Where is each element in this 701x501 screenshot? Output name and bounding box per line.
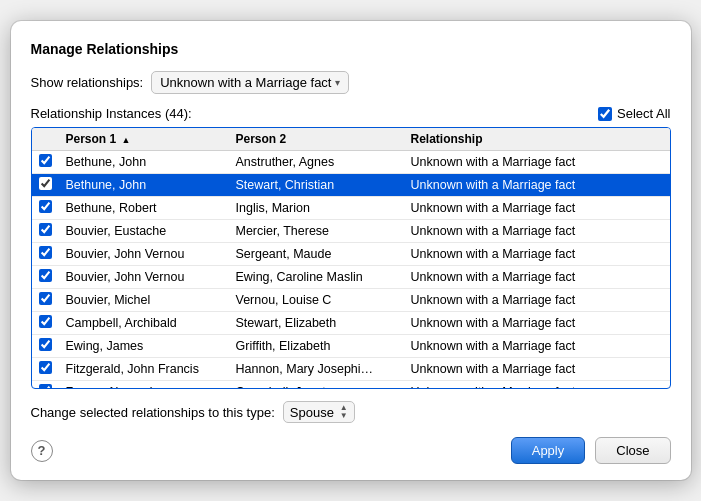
help-button[interactable]: ? bbox=[31, 440, 53, 462]
row-relationship: Unknown with a Marriage fact bbox=[405, 335, 670, 358]
row-checkbox[interactable] bbox=[39, 154, 52, 167]
col-person2[interactable]: Person 2 bbox=[230, 128, 405, 151]
select-all-label[interactable]: Select All bbox=[617, 106, 670, 121]
manage-relationships-dialog: Manage Relationships Show relationships:… bbox=[11, 21, 691, 480]
row-relationship: Unknown with a Marriage fact bbox=[405, 358, 670, 381]
relationships-table-container: Person 1 ▲ Person 2 Relationship Bethune… bbox=[31, 127, 671, 389]
instances-label: Relationship Instances (44): bbox=[31, 106, 192, 121]
row-person1: Bouvier, John Vernou bbox=[60, 243, 230, 266]
row-person1: Campbell, Archibald bbox=[60, 312, 230, 335]
row-check-cell[interactable] bbox=[32, 358, 60, 381]
select-all-row: Select All bbox=[598, 106, 670, 121]
show-relationships-row: Show relationships: Unknown with a Marri… bbox=[31, 71, 671, 94]
stepper-icon: ▲▼ bbox=[340, 404, 348, 420]
row-checkbox[interactable] bbox=[39, 200, 52, 213]
row-relationship: Unknown with a Marriage fact bbox=[405, 174, 670, 197]
row-relationship: Unknown with a Marriage fact bbox=[405, 220, 670, 243]
row-checkbox[interactable] bbox=[39, 384, 52, 388]
row-relationship: Unknown with a Marriage fact bbox=[405, 312, 670, 335]
chevron-down-icon: ▾ bbox=[335, 77, 340, 88]
row-person2: Sergeant, Maude bbox=[230, 243, 405, 266]
type-dropdown[interactable]: Spouse ▲▼ bbox=[283, 401, 355, 423]
row-check-cell[interactable] bbox=[32, 312, 60, 335]
show-label: Show relationships: bbox=[31, 75, 144, 90]
table-row[interactable]: Bouvier, John Vernou Sergeant, Maude Unk… bbox=[32, 243, 670, 266]
row-check-cell[interactable] bbox=[32, 197, 60, 220]
row-person2: Stewart, Elizabeth bbox=[230, 312, 405, 335]
table-row[interactable]: Ewing, James Griffith, Elizabeth Unknown… bbox=[32, 335, 670, 358]
table-row[interactable]: Bethune, John Stewart, Christian Unknown… bbox=[32, 174, 670, 197]
table-row[interactable]: Fraser, Alexander Campbell, Janet Unknow… bbox=[32, 381, 670, 389]
row-person2: Anstruther, Agnes bbox=[230, 151, 405, 174]
row-person2: Ewing, Caroline Maslin bbox=[230, 266, 405, 289]
row-check-cell[interactable] bbox=[32, 381, 60, 389]
row-relationship: Unknown with a Marriage fact bbox=[405, 266, 670, 289]
row-check-cell[interactable] bbox=[32, 289, 60, 312]
row-checkbox[interactable] bbox=[39, 269, 52, 282]
filter-dropdown[interactable]: Unknown with a Marriage fact ▾ bbox=[151, 71, 349, 94]
close-button[interactable]: Close bbox=[595, 437, 670, 464]
type-dropdown-value: Spouse bbox=[290, 405, 334, 420]
col-person1[interactable]: Person 1 ▲ bbox=[60, 128, 230, 151]
row-relationship: Unknown with a Marriage fact bbox=[405, 197, 670, 220]
relationships-table: Person 1 ▲ Person 2 Relationship Bethune… bbox=[32, 128, 670, 388]
row-checkbox[interactable] bbox=[39, 223, 52, 236]
row-checkbox[interactable] bbox=[39, 177, 52, 190]
col-check bbox=[32, 128, 60, 151]
row-person1: Fraser, Alexander bbox=[60, 381, 230, 389]
change-label: Change selected relationships to this ty… bbox=[31, 405, 275, 420]
row-checkbox[interactable] bbox=[39, 292, 52, 305]
row-relationship: Unknown with a Marriage fact bbox=[405, 289, 670, 312]
filter-dropdown-value: Unknown with a Marriage fact bbox=[160, 75, 331, 90]
row-relationship: Unknown with a Marriage fact bbox=[405, 151, 670, 174]
row-person1: Bethune, Robert bbox=[60, 197, 230, 220]
table-row[interactable]: Bouvier, John Vernou Ewing, Caroline Mas… bbox=[32, 266, 670, 289]
row-check-cell[interactable] bbox=[32, 220, 60, 243]
col-relationship: Relationship bbox=[405, 128, 670, 151]
row-person1: Bethune, John bbox=[60, 174, 230, 197]
row-person2: Campbell, Janet bbox=[230, 381, 405, 389]
buttons-row: ? Apply Close bbox=[31, 437, 671, 464]
apply-button[interactable]: Apply bbox=[511, 437, 586, 464]
row-checkbox[interactable] bbox=[39, 338, 52, 351]
table-row[interactable]: Fitzgerald, John Francis Hannon, Mary Jo… bbox=[32, 358, 670, 381]
row-person2: Mercier, Therese bbox=[230, 220, 405, 243]
row-check-cell[interactable] bbox=[32, 335, 60, 358]
dialog-title: Manage Relationships bbox=[31, 41, 671, 57]
sort-arrow-icon: ▲ bbox=[122, 135, 131, 145]
select-all-checkbox[interactable] bbox=[598, 107, 612, 121]
table-scroll[interactable]: Person 1 ▲ Person 2 Relationship Bethune… bbox=[32, 128, 670, 388]
row-person2: Vernou, Louise C bbox=[230, 289, 405, 312]
row-person1: Bethune, John bbox=[60, 151, 230, 174]
row-check-cell[interactable] bbox=[32, 174, 60, 197]
row-person2: Stewart, Christian bbox=[230, 174, 405, 197]
row-person1: Bouvier, John Vernou bbox=[60, 266, 230, 289]
row-person2: Griffith, Elizabeth bbox=[230, 335, 405, 358]
row-person2: Inglis, Marion bbox=[230, 197, 405, 220]
row-check-cell[interactable] bbox=[32, 151, 60, 174]
table-row[interactable]: Bethune, John Anstruther, Agnes Unknown … bbox=[32, 151, 670, 174]
row-person1: Fitzgerald, John Francis bbox=[60, 358, 230, 381]
table-row[interactable]: Bouvier, Eustache Mercier, Therese Unkno… bbox=[32, 220, 670, 243]
table-row[interactable]: Bethune, Robert Inglis, Marion Unknown w… bbox=[32, 197, 670, 220]
row-person1: Bouvier, Michel bbox=[60, 289, 230, 312]
row-check-cell[interactable] bbox=[32, 266, 60, 289]
table-row[interactable]: Campbell, Archibald Stewart, Elizabeth U… bbox=[32, 312, 670, 335]
row-checkbox[interactable] bbox=[39, 361, 52, 374]
row-person2: Hannon, Mary Josephi… bbox=[230, 358, 405, 381]
row-checkbox[interactable] bbox=[39, 246, 52, 259]
row-checkbox[interactable] bbox=[39, 315, 52, 328]
row-person1: Bouvier, Eustache bbox=[60, 220, 230, 243]
instances-row: Relationship Instances (44): Select All bbox=[31, 106, 671, 121]
row-relationship: Unknown with a Marriage fact bbox=[405, 381, 670, 389]
row-relationship: Unknown with a Marriage fact bbox=[405, 243, 670, 266]
action-buttons: Apply Close bbox=[511, 437, 671, 464]
change-type-row: Change selected relationships to this ty… bbox=[31, 401, 671, 423]
row-person1: Ewing, James bbox=[60, 335, 230, 358]
row-check-cell[interactable] bbox=[32, 243, 60, 266]
table-row[interactable]: Bouvier, Michel Vernou, Louise C Unknown… bbox=[32, 289, 670, 312]
